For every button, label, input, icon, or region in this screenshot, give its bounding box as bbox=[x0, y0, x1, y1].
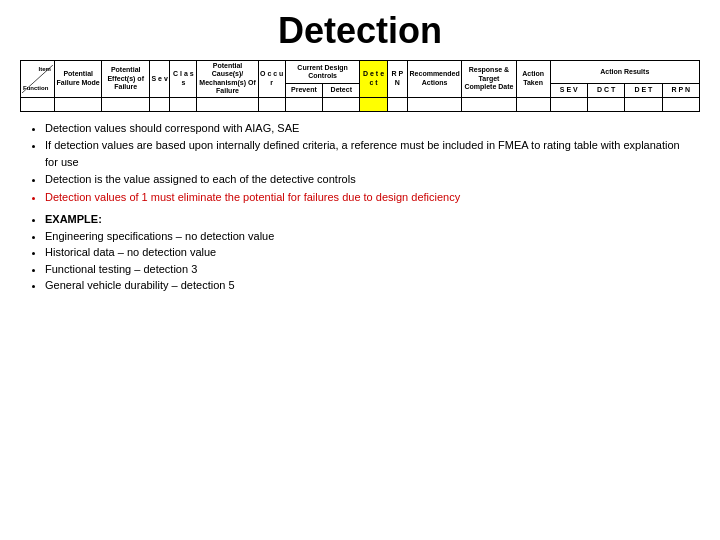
det2-header: D E T bbox=[625, 84, 662, 97]
example-1: Engineering specifications – no detectio… bbox=[45, 228, 695, 245]
class-header: C l a s s bbox=[170, 61, 197, 98]
example-bullet-list: EXAMPLE: Engineering specifications – no… bbox=[25, 211, 695, 294]
detect-header: Detect bbox=[323, 84, 360, 97]
example-4: General vehicle durability – detection 5 bbox=[45, 277, 695, 294]
main-bullet-list: Detection values should correspond with … bbox=[25, 120, 695, 206]
prevent-header: Prevent bbox=[285, 84, 322, 97]
example-3: Functional testing – detection 3 bbox=[45, 261, 695, 278]
action-taken-header: Action Taken bbox=[516, 61, 550, 98]
fmea-table-wrapper: Item Function Potential Failure Mode Pot… bbox=[20, 60, 700, 112]
page: Detection Item Function Pote bbox=[0, 0, 720, 540]
bullet-2: If detection values are based upon inter… bbox=[45, 137, 695, 170]
empty-data-row bbox=[21, 97, 700, 111]
recommended-actions-header: Recommended Actions bbox=[407, 61, 461, 98]
action-results-header: Action Results bbox=[550, 61, 699, 84]
function-label: Function bbox=[23, 85, 48, 92]
sev2-header: S E V bbox=[550, 84, 587, 97]
bullet-4: Detection values of 1 must eliminate the… bbox=[45, 189, 695, 206]
potential-cause-header: Potential Cause(s)/ Mechanism(s) Of Fail… bbox=[197, 61, 258, 98]
page-title: Detection bbox=[20, 10, 700, 52]
bullet-1: Detection values should correspond with … bbox=[45, 120, 695, 137]
current-design-controls-header: Current Design Controls bbox=[285, 61, 360, 84]
potential-failure-mode-header: Potential Failure Mode bbox=[54, 61, 102, 98]
sev-header: S e v bbox=[149, 61, 169, 98]
det-header: D e t e c t bbox=[360, 61, 387, 98]
dec-header: D C T bbox=[587, 84, 624, 97]
rpn-header: R P N bbox=[387, 61, 407, 98]
fmea-table: Item Function Potential Failure Mode Pot… bbox=[20, 60, 700, 112]
bullet-3: Detection is the value assigned to each … bbox=[45, 171, 695, 188]
occur-header: O c c u r bbox=[258, 61, 285, 98]
potential-effect-header: Potential Effect(s) of Failure bbox=[102, 61, 150, 98]
example-intro: EXAMPLE: bbox=[45, 211, 695, 228]
bullet-section: Detection values should correspond with … bbox=[20, 120, 700, 530]
response-header: Response & Target Complete Date bbox=[462, 61, 516, 98]
item-function-header: Item Function bbox=[21, 61, 55, 98]
rpn2-header: R P N bbox=[662, 84, 699, 97]
example-2: Historical data – no detection value bbox=[45, 244, 695, 261]
